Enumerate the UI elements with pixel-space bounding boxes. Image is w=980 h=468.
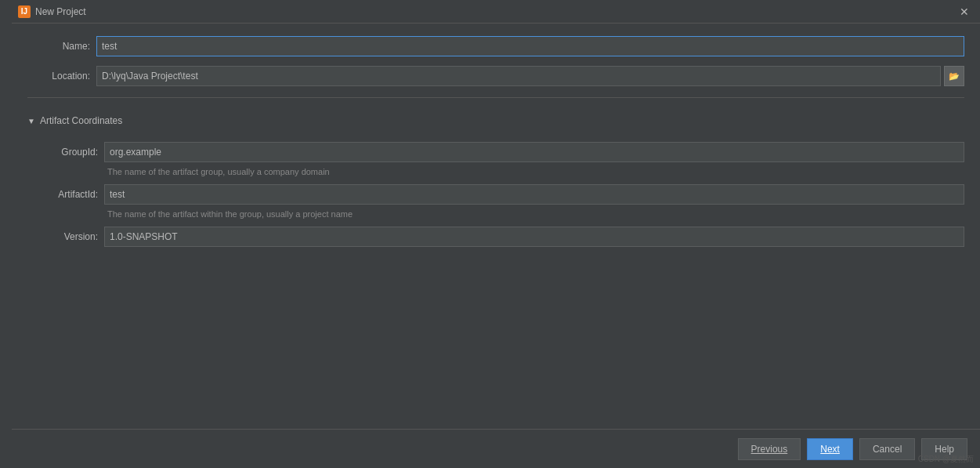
previous-label: Previous	[751, 444, 788, 455]
collapse-arrow-icon: ▼	[27, 117, 35, 125]
cancel-label: Cancel	[873, 444, 902, 455]
artifact-fields: GroupId: The name of the artifact group,…	[27, 142, 964, 247]
name-input[interactable]	[96, 36, 964, 56]
previous-button[interactable]: Previous	[738, 438, 801, 460]
browse-folder-button[interactable]: 📂	[944, 66, 964, 86]
name-row: Name:	[27, 36, 964, 56]
location-row: Location: 📂	[27, 66, 964, 86]
button-bar: Previous Next Cancel Help	[12, 429, 980, 468]
location-label: Location:	[27, 71, 90, 82]
close-button[interactable]: ✕	[955, 5, 974, 19]
groupid-hint: The name of the artifact group, usually …	[35, 167, 964, 176]
version-input[interactable]	[104, 227, 964, 247]
main-content: Name: Location: 📂 ▼ Artifact Coordinates	[12, 24, 980, 429]
title-bar: IJ New Project ✕	[12, 0, 980, 24]
artifact-section-title: Artifact Coordinates	[40, 115, 122, 126]
artifact-section-header[interactable]: ▼ Artifact Coordinates	[27, 115, 964, 126]
version-row: Version:	[35, 227, 964, 247]
location-input[interactable]	[96, 66, 941, 86]
artifactid-input[interactable]	[104, 184, 964, 205]
groupid-input[interactable]	[104, 142, 964, 162]
app-icon: IJ	[18, 5, 31, 18]
help-label: Help	[935, 444, 954, 455]
next-label: Next	[820, 444, 840, 455]
watermark: CSDN @夏然而	[918, 454, 974, 465]
section-divider	[27, 97, 964, 98]
groupid-row: GroupId:	[35, 142, 964, 162]
artifactid-row: ArtifactId:	[35, 184, 964, 205]
name-label: Name:	[27, 41, 90, 52]
version-label: Version:	[35, 231, 98, 242]
artifactid-label: ArtifactId:	[35, 189, 98, 200]
folder-icon: 📂	[949, 71, 960, 82]
cancel-button[interactable]: Cancel	[859, 438, 915, 460]
artifactid-hint: The name of the artifact within the grou…	[35, 209, 964, 219]
groupid-label: GroupId:	[35, 147, 98, 158]
dialog-title: New Project	[35, 6, 86, 17]
next-button[interactable]: Next	[807, 438, 853, 460]
